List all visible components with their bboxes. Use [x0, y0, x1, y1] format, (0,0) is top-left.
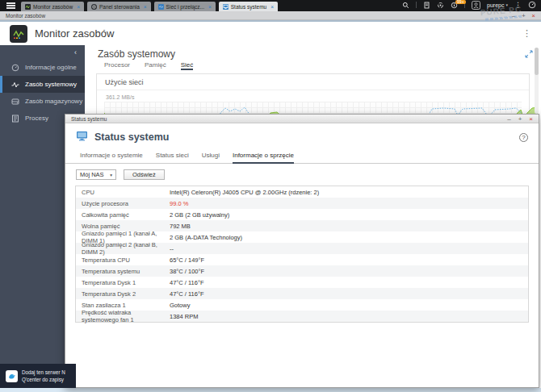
- tab-close-icon[interactable]: ×: [144, 4, 147, 10]
- dialog-controls: – + ×: [507, 115, 533, 123]
- devices-icon[interactable]: [423, 2, 430, 9]
- table-row: Gniazdo pamięci 2 (kanał B, DIMM 2)--: [76, 243, 528, 254]
- table-row: CPUIntel(R) Celeron(R) J4005 CPU @ 2.00G…: [76, 186, 528, 198]
- table-row: Użycie procesora99.0 %: [76, 198, 528, 209]
- table-row: Temperatura systemu38°C / 100°F: [76, 265, 528, 277]
- qts-desktop: Monitor zasobów × Panel sterowania × Sie…: [0, 0, 541, 392]
- hardware-info-table: CPUIntel(R) Celeron(R) J4005 CPU @ 2.00G…: [75, 186, 529, 323]
- storage-icon: [11, 98, 19, 106]
- dialog-title: Status systemu: [94, 131, 169, 143]
- sidebar-item-label: Procesy: [25, 115, 48, 122]
- sidebar-item-zasob-systemowy[interactable]: Zasób systemowy: [0, 76, 85, 93]
- status-systemu-dialog: Status systemu – + × Status systemu ? In…: [65, 114, 539, 388]
- window-titlebar[interactable]: Monitor zasobów – + ×: [0, 11, 541, 20]
- main-menu-icon[interactable]: [0, 0, 21, 11]
- username: purepc: [487, 2, 504, 8]
- desktop-bottom-strip: [0, 388, 541, 392]
- panel-title: Użycie sieci: [97, 74, 529, 90]
- table-row: Temperatura CPU65°C / 149°F: [76, 254, 528, 265]
- sidebar-item-zasob-magazynowy[interactable]: Zasób magazynowy: [0, 93, 85, 110]
- tab-status-sieci[interactable]: Status sieci: [156, 152, 189, 163]
- tab-pamiec[interactable]: Pamięć: [145, 61, 166, 70]
- dialog-titlebar-text: Status systemu: [71, 116, 107, 122]
- control-panel-icon: [91, 4, 97, 10]
- dialog-maximize-button[interactable]: +: [518, 115, 522, 123]
- qcenter-toast-notification[interactable]: Dodaj ten serwer N Q'center do zapisy: [0, 364, 76, 388]
- more-options-icon[interactable]: ⋮: [514, 2, 522, 9]
- scrollbar[interactable]: [535, 48, 539, 114]
- taskbar-tab-panel-sterowania[interactable]: Panel sterowania ×: [87, 2, 151, 11]
- dialog-close-button[interactable]: ×: [529, 115, 533, 123]
- tab-label: Status systemu: [231, 4, 266, 10]
- sidebar-item-informacje-ogolne[interactable]: Informacje ogólne: [0, 59, 85, 76]
- nas-select-value: Mój NAS: [80, 171, 104, 178]
- table-row: Temperatura Dysk 247°C / 116°F: [76, 288, 528, 299]
- user-avatar-icon[interactable]: [472, 1, 480, 10]
- tab-close-icon[interactable]: ×: [77, 4, 80, 10]
- taskbar-right: 99+ purepc ▾ ⋮: [402, 0, 541, 11]
- page-title: Monitor zasobów: [35, 27, 114, 40]
- tab-siec[interactable]: Sieć: [181, 61, 194, 70]
- tab-informacje-o-sprzecie[interactable]: Informacje o sprzęcie: [233, 152, 294, 164]
- dialog-tabs: Informacje o systemie Status sieci Usług…: [65, 147, 539, 164]
- processes-list-icon: [11, 115, 19, 123]
- system-status-icon: [223, 4, 229, 10]
- qcenter-icon: [6, 370, 18, 382]
- cpu-usage-alert-value: 99.0 %: [163, 200, 188, 207]
- background-tasks-icon[interactable]: [437, 2, 444, 9]
- chevron-down-icon: ▾: [110, 173, 112, 177]
- sidebar-item-label: Zasób systemowy: [25, 81, 77, 88]
- table-row: Prędkość wiatraka systemowego fan 11384 …: [76, 311, 528, 322]
- window-controls: – + ×: [512, 12, 535, 19]
- tab-uslugi[interactable]: Usługi: [202, 152, 220, 163]
- chevron-down-icon: ▾: [505, 2, 508, 7]
- overview-gauge-icon: [11, 64, 19, 72]
- nas-select[interactable]: Mój NAS ▾: [76, 169, 116, 180]
- tab-procesor[interactable]: Procesor: [104, 61, 130, 70]
- sidebar-collapse-icon[interactable]: ‹: [0, 45, 85, 59]
- help-icon[interactable]: ?: [519, 133, 528, 142]
- window-menu-icon[interactable]: ⋮: [522, 28, 531, 39]
- refresh-button[interactable]: Odśwież: [124, 169, 165, 180]
- resource-monitor-icon: [25, 4, 31, 10]
- expand-icon[interactable]: [525, 50, 533, 58]
- table-row: Temperatura Dysk 147°C / 116°F: [76, 277, 528, 288]
- divider: [416, 2, 417, 8]
- window-titlebar-text: Monitor zasobów: [6, 13, 45, 19]
- close-button[interactable]: ×: [532, 12, 535, 19]
- minimize-button[interactable]: –: [512, 12, 515, 19]
- system-status-monitor-icon: [76, 130, 88, 144]
- sidebar-item-label: Informacje ogólne: [25, 64, 77, 71]
- section-title: Zasób systemowy: [98, 48, 175, 60]
- search-icon[interactable]: [402, 2, 409, 9]
- app-header: Monitor zasobów ⋮: [0, 20, 541, 45]
- dialog-header: Status systemu ?: [65, 123, 539, 147]
- tab-label: Monitor zasobów: [33, 4, 73, 10]
- tab-label: Sieć i przełącz...: [166, 4, 204, 10]
- system-resource-pulse-icon: [11, 81, 19, 89]
- notification-badge: 99+: [455, 0, 465, 4]
- maximize-button[interactable]: +: [522, 12, 525, 19]
- taskbar: Monitor zasobów × Panel sterowania × Sie…: [0, 0, 541, 11]
- toast-text: Dodaj ten serwer N Q'center do zapisy: [22, 369, 65, 384]
- tab-informacje-o-systemie[interactable]: Informacje o systemie: [80, 152, 143, 163]
- network-switch-icon: [158, 4, 164, 10]
- dashboard-gauge-icon[interactable]: [528, 1, 536, 9]
- table-row: Całkowita pamięć2 GB (2 GB używalny): [76, 209, 528, 220]
- tab-label: Panel sterowania: [99, 4, 140, 10]
- taskbar-tab-monitor-zasobow[interactable]: Monitor zasobów ×: [21, 2, 84, 11]
- resource-tabs: Procesor Pamięć Sieć: [85, 59, 541, 70]
- user-menu[interactable]: purepc ▾: [487, 2, 508, 8]
- tab-close-icon[interactable]: ×: [270, 4, 274, 10]
- taskbar-tab-siec[interactable]: Sieć i przełącz... ×: [154, 2, 216, 11]
- dialog-toolbar: Mój NAS ▾ Odśwież: [65, 164, 539, 180]
- resource-monitor-app-icon: [10, 25, 27, 43]
- dialog-minimize-button[interactable]: –: [507, 115, 510, 123]
- taskbar-tab-status-systemu[interactable]: Status systemu ×: [219, 2, 278, 11]
- dialog-titlebar[interactable]: Status systemu – + ×: [65, 115, 539, 123]
- tab-close-icon[interactable]: ×: [208, 4, 212, 10]
- taskbar-tabs: Monitor zasobów × Panel sterowania × Sie…: [21, 2, 278, 11]
- notifications-icon[interactable]: 99+: [451, 2, 458, 9]
- chart-scale-label: 361.2 MB/s: [97, 90, 529, 102]
- sidebar-item-label: Zasób magazynowy: [25, 98, 82, 105]
